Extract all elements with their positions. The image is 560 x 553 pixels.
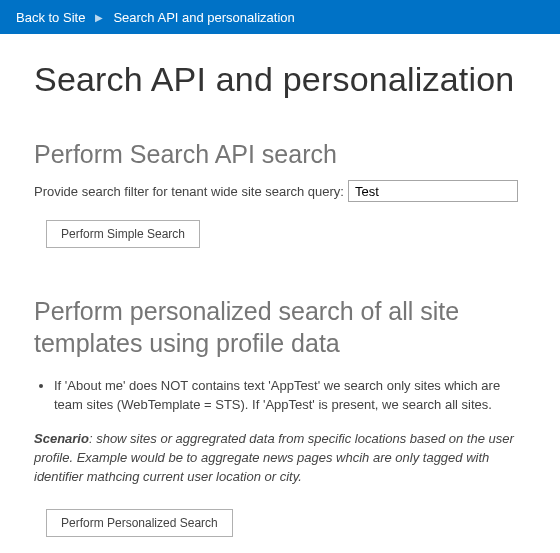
list-item: If 'About me' does NOT contains text 'Ap… xyxy=(54,377,526,415)
search-filter-label: Provide search filter for tenant wide si… xyxy=(34,184,344,199)
back-to-site-link[interactable]: Back to Site xyxy=(16,10,85,25)
scenario-text: : show sites or aggregrated data from sp… xyxy=(34,431,514,484)
breadcrumb-bar: Back to Site ▶ Search API and personaliz… xyxy=(0,0,560,34)
chevron-right-icon: ▶ xyxy=(95,12,103,23)
simple-search-heading: Perform Search API search xyxy=(34,139,526,170)
search-filter-row: Provide search filter for tenant wide si… xyxy=(34,180,526,202)
perform-personalized-search-button[interactable]: Perform Personalized Search xyxy=(46,509,233,537)
search-filter-input[interactable] xyxy=(348,180,518,202)
personalized-bullet-list: If 'About me' does NOT contains text 'Ap… xyxy=(34,377,526,415)
perform-simple-search-button[interactable]: Perform Simple Search xyxy=(46,220,200,248)
scenario-paragraph: Scenario: show sites or aggregrated data… xyxy=(34,430,526,487)
personalized-search-heading: Perform personalized search of all site … xyxy=(34,296,526,359)
breadcrumb-current[interactable]: Search API and personalization xyxy=(113,10,294,25)
page-title: Search API and personalization xyxy=(34,60,526,99)
scenario-label: Scenario xyxy=(34,431,89,446)
